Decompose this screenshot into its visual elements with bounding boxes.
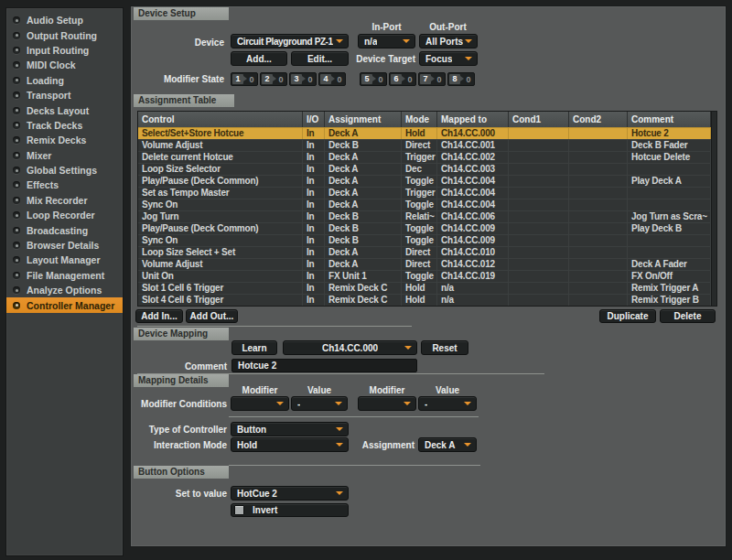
sidebar-item[interactable]: Audio Setup: [6, 13, 123, 27]
section-divider: [229, 465, 480, 466]
radio-bullet-icon: [13, 152, 20, 159]
assignment-row[interactable]: Slot 4 Cell 6 Trigger In Remix Deck C Ho…: [138, 294, 711, 306]
cell-cond1: [509, 127, 569, 139]
column-header: Mapped to: [437, 112, 509, 127]
mapped-to-select[interactable]: Ch14.CC.000: [283, 340, 417, 355]
add-out-button[interactable]: Add Out...: [186, 309, 238, 323]
modifier-state-display: 6 0: [389, 72, 416, 86]
cell-assignment: Deck A: [325, 151, 402, 163]
cond2-value-select[interactable]: -: [418, 396, 477, 411]
cond1-modifier-select[interactable]: [231, 396, 289, 411]
sidebar-item[interactable]: Effects: [6, 178, 123, 192]
invert-checkbox[interactable]: Invert: [231, 503, 349, 517]
assignment-row[interactable]: Jog Turn In Deck B Relati~ Ch14.CC.006 J…: [138, 210, 711, 222]
dropdown-arrow-icon: [403, 39, 410, 43]
in-port-select[interactable]: n/a: [358, 34, 415, 48]
cell-mode: Toggle: [402, 234, 437, 246]
radio-bullet-icon: [13, 181, 20, 188]
set-to-value-label: Set to value: [143, 488, 227, 500]
assignment-row[interactable]: Delete current Hotcue In Deck A Trigger …: [138, 151, 711, 163]
radio-bullet-icon: [13, 16, 20, 24]
cell-cond1: [509, 163, 569, 175]
cell-io: In: [303, 151, 325, 163]
cell-control: Slot 1 Cell 6 Trigger: [138, 282, 303, 294]
cell-cond2: [569, 234, 628, 246]
delete-button[interactable]: Delete: [660, 309, 716, 323]
assignment-row[interactable]: Slot 1 Cell 6 Trigger In Remix Deck C Ho…: [138, 282, 711, 294]
type-of-controller-select[interactable]: Button: [231, 422, 349, 436]
cell-comment: [628, 246, 711, 258]
preferences-sidebar: Audio Setup Output Routing Input Routing…: [5, 7, 124, 556]
assignment-row[interactable]: Volume Adjust In Deck A Direct Ch14.CC.0…: [138, 258, 711, 270]
sidebar-item[interactable]: Remix Decks: [6, 133, 123, 147]
cell-comment: [628, 199, 711, 210]
device-select[interactable]: Circuit Playground PZ-1: [231, 34, 349, 48]
assignment-row[interactable]: Sync On In Deck A Toggle Ch14.CC.004: [138, 199, 711, 210]
assignment-row[interactable]: Play/Pause (Deck Common) In Deck A Toggl…: [138, 175, 711, 187]
radio-bullet-icon: [13, 167, 20, 174]
cell-cond2: [569, 222, 628, 234]
radio-bullet-icon: [13, 136, 20, 144]
cell-mode: Toggle: [402, 199, 437, 210]
modifier-column-label: Modifier: [231, 384, 289, 396]
cond2-modifier-select[interactable]: [358, 396, 416, 411]
dropdown-arrow-icon: [465, 39, 472, 43]
sidebar-item[interactable]: Layout Manager: [6, 253, 123, 267]
cell-control: Unit On: [138, 270, 303, 282]
assignment-select[interactable]: Deck A: [418, 437, 477, 452]
sidebar-item[interactable]: Global Settings: [6, 163, 123, 178]
cell-mapped-to: Ch14.CC.004: [437, 175, 509, 187]
reset-button[interactable]: Reset: [421, 340, 468, 355]
cell-assignment: Deck A: [325, 187, 402, 199]
sidebar-item[interactable]: Transport: [6, 88, 123, 102]
sidebar-item[interactable]: Broadcasting: [6, 222, 123, 237]
sidebar-item[interactable]: Mix Recorder: [6, 193, 123, 208]
sidebar-item[interactable]: File Management: [6, 268, 123, 283]
cell-cond1: [509, 246, 569, 258]
assignment-row[interactable]: Loop Size Select + Set In Deck A Direct …: [138, 246, 711, 258]
sidebar-item[interactable]: MIDI Clock: [6, 58, 123, 72]
out-port-select[interactable]: All Ports: [419, 34, 478, 48]
duplicate-button[interactable]: Duplicate: [599, 309, 656, 323]
device-target-select[interactable]: Focus: [419, 51, 478, 66]
modifier-number: 3: [291, 74, 302, 84]
cell-cond1: [509, 199, 569, 210]
assignment-row[interactable]: Set as Tempo Master In Deck A Trigger Ch…: [138, 187, 711, 199]
column-header: Mode: [402, 112, 437, 127]
sidebar-item[interactable]: Input Routing: [6, 43, 123, 58]
cell-comment: Deck A Fader: [628, 258, 711, 270]
assignment-row[interactable]: Play/Pause (Deck Common) In Deck B Toggl…: [138, 222, 711, 234]
cell-control: Volume Adjust: [138, 258, 303, 270]
mapped-to-select-value: Ch14.CC.000: [322, 343, 378, 353]
assignment-row[interactable]: Loop Size Selector In Deck A Dec Ch14.CC…: [138, 163, 711, 175]
modifier-conditions-label: Modifier Conditions: [133, 398, 227, 410]
sidebar-item[interactable]: Decks Layout: [6, 102, 123, 117]
learn-button[interactable]: Learn: [231, 340, 277, 355]
sidebar-item[interactable]: Mixer: [6, 148, 123, 163]
set-to-value-select[interactable]: HotCue 2: [231, 486, 349, 501]
sidebar-item[interactable]: Loading: [6, 73, 123, 88]
column-header: Comment: [628, 112, 711, 127]
radio-bullet-icon: [13, 242, 20, 249]
add-device-button[interactable]: Add...: [231, 51, 287, 66]
sidebar-item[interactable]: Controller Manager: [6, 297, 123, 312]
sidebar-item[interactable]: Track Decks: [6, 118, 123, 133]
assignment-row[interactable]: Unit On In FX Unit 1 Toggle Ch14.CC.019 …: [138, 270, 711, 282]
sidebar-item-label: Loop Recorder: [27, 210, 95, 221]
cell-mapped-to: Ch14.CC.006: [437, 210, 509, 222]
table-scrollbar[interactable]: [711, 112, 716, 306]
assignment-row[interactable]: Volume Adjust In Deck B Direct Ch14.CC.0…: [138, 139, 711, 151]
sidebar-item[interactable]: Output Routing: [6, 27, 123, 42]
comment-input[interactable]: [231, 359, 417, 372]
sidebar-item[interactable]: Loop Recorder: [6, 208, 123, 222]
interaction-mode-select[interactable]: Hold: [231, 437, 349, 452]
assignment-row[interactable]: Sync On In Deck B Toggle Ch14.CC.009: [138, 234, 711, 246]
dropdown-arrow-icon: [465, 57, 472, 60]
sidebar-item[interactable]: Analyze Options: [6, 283, 123, 297]
assignment-row[interactable]: Select/Set+Store Hotcue In Deck A Hold C…: [138, 127, 711, 139]
cond1-value-select[interactable]: -: [291, 396, 348, 411]
device-select-value: Circuit Playground PZ-1: [237, 37, 333, 47]
add-in-button[interactable]: Add In...: [135, 309, 183, 323]
sidebar-item[interactable]: Browser Details: [6, 238, 123, 253]
cell-assignment: Deck A: [325, 127, 402, 139]
